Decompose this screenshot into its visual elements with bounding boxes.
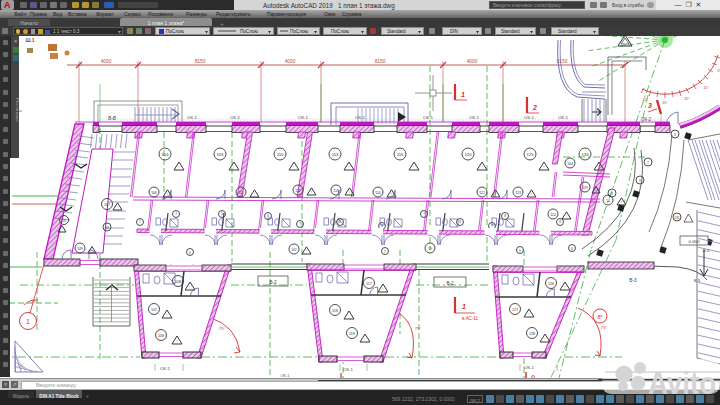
svg-text:9: 9 [519, 249, 521, 253]
svg-text:ОК-1: ОК-1 [469, 115, 479, 120]
svg-text:15°: 15° [703, 86, 709, 90]
svg-text:ОК-1: ОК-1 [160, 366, 170, 371]
svg-text:117: 117 [366, 282, 372, 286]
svg-text:4000: 4000 [467, 59, 478, 64]
svg-text:110: 110 [277, 152, 284, 157]
svg-text:127: 127 [512, 308, 518, 312]
svg-text:В-3: В-3 [629, 278, 637, 283]
svg-text:1: 1 [26, 318, 30, 325]
svg-text:104: 104 [162, 152, 170, 157]
svg-text:В-В: В-В [108, 116, 117, 121]
svg-text:125: 125 [527, 152, 535, 157]
svg-text:123: 123 [515, 191, 521, 195]
svg-text:3: 3 [648, 102, 652, 109]
svg-text:ОК-1: ОК-1 [355, 115, 365, 120]
svg-text:113: 113 [332, 152, 339, 157]
svg-text:129: 129 [582, 186, 588, 190]
svg-text:ОК-1: ОК-1 [298, 115, 308, 120]
svg-text:128: 128 [529, 332, 535, 336]
svg-text:131: 131 [674, 216, 680, 220]
svg-text:Ш.1: Ш.1 [25, 37, 34, 43]
svg-text:136: 136 [582, 152, 590, 157]
svg-text:8150: 8150 [195, 59, 206, 64]
svg-text:122: 122 [479, 191, 485, 195]
svg-text:2: 2 [532, 104, 537, 111]
svg-text:126: 126 [548, 282, 554, 286]
svg-text:109: 109 [158, 334, 164, 338]
svg-text:144: 144 [567, 162, 573, 166]
svg-text:75°: 75° [31, 300, 37, 304]
svg-text:120: 120 [465, 152, 473, 157]
svg-text:15°: 15° [684, 97, 690, 101]
svg-text:75°: 75° [415, 326, 422, 331]
svg-text:112: 112 [295, 189, 301, 193]
svg-text:118: 118 [332, 309, 338, 313]
svg-text:149: 149 [77, 247, 83, 251]
svg-text:9: 9 [639, 179, 641, 183]
svg-text:102: 102 [291, 248, 297, 252]
svg-text:15°: 15° [662, 101, 668, 105]
svg-text:4000: 4000 [285, 59, 296, 64]
svg-text:19: 19 [428, 247, 432, 251]
svg-text:ОК-1: ОК-1 [524, 115, 534, 120]
svg-text:15°: 15° [642, 98, 648, 102]
svg-text:111: 111 [238, 191, 243, 195]
svg-text:7: 7 [384, 250, 386, 254]
svg-text:3: 3 [611, 192, 613, 196]
svg-text:14: 14 [606, 199, 610, 203]
svg-text:ОК-1: ОК-1 [230, 115, 240, 120]
svg-text:55: 55 [62, 219, 66, 223]
svg-text:105: 105 [217, 152, 225, 157]
svg-text:1: 1 [461, 91, 465, 98]
svg-text:ОК-1: ОК-1 [187, 115, 197, 120]
svg-text:8*: 8* [597, 314, 603, 320]
svg-text:7: 7 [647, 161, 649, 165]
svg-text:75°: 75° [601, 325, 608, 330]
svg-text:В-2: В-2 [269, 280, 277, 285]
svg-text:107: 107 [104, 203, 110, 207]
svg-text:ОК-1: ОК-1 [558, 115, 568, 120]
svg-text:Avito: Avito [648, 365, 716, 401]
svg-text:75°: 75° [219, 326, 226, 331]
svg-text:4000: 4000 [101, 59, 112, 64]
svg-text:8150: 8150 [375, 59, 386, 64]
svg-text:6: 6 [571, 247, 573, 251]
svg-text:116: 116 [397, 152, 404, 157]
svg-text:ОК-1: ОК-1 [524, 365, 534, 370]
svg-text:124: 124 [550, 213, 556, 217]
svg-text:1: 1 [462, 303, 466, 310]
svg-text:119: 119 [349, 332, 355, 336]
svg-text:в.АС-11: в.АС-11 [462, 316, 478, 321]
svg-text:ОК-1: ОК-1 [343, 367, 353, 372]
svg-text:6: 6 [189, 251, 191, 255]
svg-text:ОК-1: ОК-1 [423, 115, 433, 120]
svg-text:0.000: 0.000 [689, 239, 701, 244]
svg-text:113: 113 [333, 189, 339, 193]
svg-text:106: 106 [151, 191, 157, 195]
svg-text:107: 107 [151, 308, 157, 312]
svg-text:В-2: В-2 [446, 281, 454, 286]
svg-text:114: 114 [375, 191, 381, 195]
svg-text:53: 53 [105, 226, 109, 230]
svg-text:108: 108 [175, 280, 181, 284]
svg-text:3: 3 [674, 133, 676, 137]
